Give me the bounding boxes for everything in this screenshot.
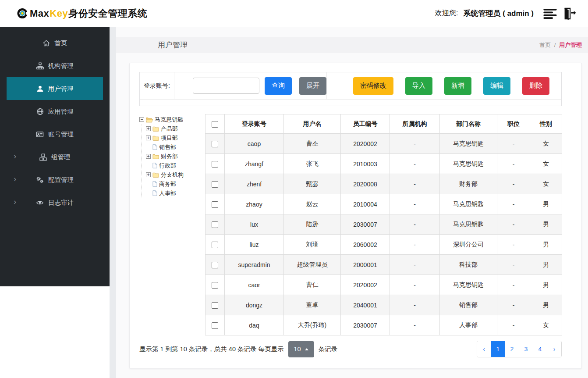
sidebar-item-app-management[interactable]: 应用管理: [7, 100, 103, 123]
cell-organization: -: [390, 174, 440, 194]
tree-node-label[interactable]: 项目部: [161, 134, 178, 142]
row-checkbox[interactable]: [212, 181, 218, 188]
expand-icon[interactable]: +: [146, 154, 151, 159]
home-icon: [43, 39, 50, 47]
records-summary-prefix: 显示第 1 到第 10 条记录，总共 40 条记录 每页显示: [139, 345, 284, 353]
row-checkbox[interactable]: [212, 302, 218, 309]
table-row[interactable]: liuz 刘璋 2060002 - 深圳分公司 - 男: [205, 235, 562, 255]
cell-employee-no: 2060002: [341, 235, 390, 255]
tree-node-label[interactable]: 销售部: [159, 143, 176, 151]
query-button[interactable]: 查询: [265, 77, 292, 95]
cell-login: liuz: [225, 235, 284, 255]
tree-node[interactable]: 商务部: [146, 180, 205, 188]
table-row[interactable]: superadmin 超级管理员 2000001 - 科技部 - 男: [205, 255, 562, 275]
sidebar-item-group-management[interactable]: › 组管理: [7, 146, 103, 168]
column-header: 职位: [497, 114, 530, 134]
search-panel: 登录账号: 查询 展开 密码修改导入新增编辑删除: [139, 72, 562, 106]
tree-node[interactable]: + 项目部: [146, 134, 205, 142]
expand-icon[interactable]: +: [146, 126, 151, 131]
next-page-button[interactable]: ›: [547, 341, 561, 357]
sidebar-item-home[interactable]: 首页: [7, 32, 103, 54]
page-button-2[interactable]: 2: [505, 341, 519, 357]
row-checkbox[interactable]: [212, 221, 218, 228]
cell-organization: -: [390, 255, 440, 275]
cell-department: 销售部: [440, 295, 497, 315]
page-button-4[interactable]: 4: [533, 341, 547, 357]
table-row[interactable]: lux 陆逊 2030007 - 马克思钥匙 - 男: [205, 214, 562, 235]
tree-node-label[interactable]: 马克思钥匙: [155, 116, 183, 124]
page-size-dropdown[interactable]: 10: [288, 341, 314, 357]
tree-node[interactable]: + 产品部: [146, 125, 205, 133]
login-account-input[interactable]: [193, 78, 259, 94]
sidebar-item-account-management[interactable]: 账号管理: [7, 123, 103, 146]
edit-button[interactable]: 编辑: [483, 77, 510, 95]
cell-organization: -: [390, 154, 440, 174]
row-checkbox[interactable]: [212, 262, 218, 268]
row-checkbox[interactable]: [212, 322, 218, 329]
sidebar-item-config-management[interactable]: › 配置管理: [7, 168, 103, 191]
tree-node-label[interactable]: 行政部: [159, 162, 176, 170]
table-row[interactable]: caop 曹丕 2020002 - 马克思钥匙 - 女: [205, 134, 562, 154]
sidebar-column: 首页 机构管理 用户管理: [0, 27, 110, 378]
expand-button[interactable]: 展开: [299, 77, 326, 95]
table-row[interactable]: caor 曹仁 2020002 - 马克思钥匙 - 男: [205, 275, 562, 295]
change-password-button[interactable]: 密码修改: [353, 77, 393, 95]
prev-page-button[interactable]: ‹: [477, 341, 491, 357]
tree-node-label[interactable]: 财务部: [161, 153, 178, 160]
cell-gender: 男: [530, 194, 562, 214]
tree-node[interactable]: 行政部: [146, 161, 205, 170]
cell-gender: 女: [530, 174, 562, 194]
cell-employee-no: 2020008: [341, 174, 390, 194]
row-checkbox[interactable]: [212, 161, 218, 168]
cell-position: -: [497, 295, 530, 315]
table-footer: 显示第 1 到第 10 条记录，总共 40 条记录 每页显示 10 条记录 ‹1…: [139, 341, 562, 357]
collapse-icon[interactable]: −: [139, 117, 144, 122]
cell-login: zhaoy: [225, 194, 284, 214]
sidebar-item-label: 应用管理: [48, 107, 74, 116]
tree-root-node[interactable]: − 马克思钥匙: [139, 115, 205, 124]
breadcrumb-home-link[interactable]: 首页: [539, 42, 551, 48]
table-row[interactable]: zhenf 甄宓 2020008 - 财务部 - 女: [205, 174, 562, 194]
row-select-cell: [205, 315, 225, 335]
page-button-1[interactable]: 1: [491, 341, 505, 357]
eye-icon: [36, 199, 44, 207]
row-select-cell: [205, 214, 225, 235]
cell-department: 财务部: [440, 174, 497, 194]
table-row[interactable]: dongz 董卓 2040001 - 销售部 - 男: [205, 295, 562, 315]
tree-node-label[interactable]: 分支机构: [161, 171, 184, 179]
logo-text-max: Max: [30, 8, 49, 19]
logout-icon[interactable]: [563, 7, 577, 20]
expand-icon[interactable]: +: [146, 172, 151, 177]
tree-node[interactable]: + 分支机构: [146, 171, 205, 179]
folder-icon: [152, 135, 159, 141]
folder-icon: [152, 126, 159, 132]
records-info: 显示第 1 到第 10 条记录，总共 40 条记录 每页显示 10 条记录: [139, 341, 337, 357]
expand-icon[interactable]: +: [146, 136, 151, 140]
tree-node-label[interactable]: 产品部: [161, 125, 178, 133]
tree-node-label[interactable]: 商务部: [159, 180, 176, 188]
tree-node[interactable]: 人事部: [146, 189, 205, 197]
sidebar-item-label: 首页: [54, 39, 67, 47]
add-button[interactable]: 新增: [444, 77, 471, 95]
tree-node[interactable]: + 财务部: [146, 152, 205, 160]
select-all-checkbox[interactable]: [212, 121, 218, 128]
import-button[interactable]: 导入: [405, 77, 432, 95]
sidebar-item-org-management[interactable]: 机构管理: [7, 54, 103, 77]
menu-icon[interactable]: [543, 8, 557, 19]
row-checkbox[interactable]: [212, 201, 218, 208]
app-logo: MaxKey身份安全管理系统: [17, 7, 147, 20]
page-button-3[interactable]: 3: [519, 341, 533, 357]
table-row[interactable]: daq 大乔(乔玮) 2030007 - 人事部 - 女: [205, 315, 562, 335]
table-row[interactable]: zhaoy 赵云 2010004 - 马克思钥匙 - 男: [205, 194, 562, 214]
cell-username: 刘璋: [284, 235, 341, 255]
row-checkbox[interactable]: [212, 141, 218, 147]
sidebar-item-log-audit[interactable]: › 日志审计: [7, 191, 103, 214]
tree-node-label[interactable]: 人事部: [159, 189, 176, 197]
table-row[interactable]: zhangf 张飞 2010003 - 马克思钥匙 - 女: [205, 154, 562, 174]
cell-department: 深圳分公司: [440, 235, 497, 255]
delete-button[interactable]: 删除: [522, 77, 549, 95]
row-checkbox[interactable]: [212, 282, 218, 289]
tree-node[interactable]: 销售部: [146, 143, 205, 151]
sidebar-item-user-management[interactable]: 用户管理: [7, 77, 103, 100]
row-checkbox[interactable]: [212, 242, 218, 248]
